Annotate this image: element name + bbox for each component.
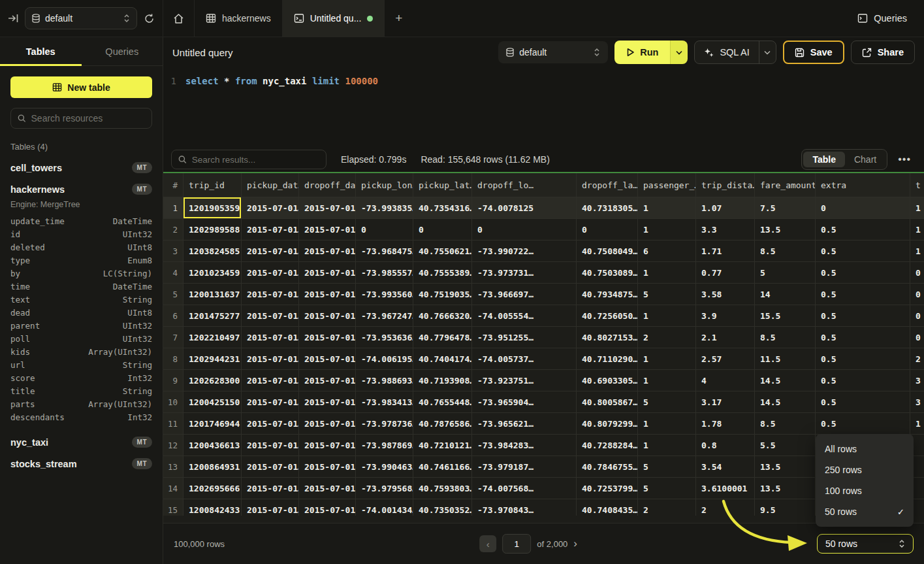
table-cell[interactable]: 2015-07-01… [242, 499, 299, 516]
table-cell[interactable]: -74.0078125 [472, 197, 577, 219]
table-cell[interactable]: 40.7318305… [577, 197, 638, 219]
table-cell[interactable]: -74.007568… [472, 478, 577, 499]
table-cell[interactable]: 2 [910, 348, 924, 370]
table-cell[interactable]: -73.988693… [356, 370, 413, 391]
table-cell[interactable]: 7.5 [755, 197, 816, 219]
table-cell[interactable]: 2015-07-01… [299, 197, 356, 219]
table-cell[interactable]: 1200864931 [183, 456, 242, 478]
table-cell[interactable]: -73.985557… [356, 262, 413, 284]
collapse-sidebar-icon[interactable] [8, 14, 18, 23]
table-cell[interactable]: 8.5 [755, 241, 816, 262]
table-cell[interactable]: 3 [910, 391, 924, 413]
table-cell[interactable]: 3.9 [696, 305, 755, 327]
table-cell[interactable]: 1202989588 [183, 219, 242, 241]
table-cell[interactable]: 2015-07-01… [299, 284, 356, 305]
table-cell[interactable]: 1 [910, 219, 924, 241]
table-cell[interactable]: 0.5 [816, 391, 910, 413]
table-cell[interactable]: 40.7110290… [577, 348, 638, 370]
table-cell[interactable]: 2015-07-01… [299, 435, 356, 456]
table-cell[interactable]: 1200131637 [183, 284, 242, 305]
table-cell[interactable]: 40.7350352… [413, 499, 472, 516]
table-cell[interactable]: -74.005737… [472, 348, 577, 370]
table-cell[interactable]: 2015-07-01… [242, 305, 299, 327]
table-cell[interactable]: 40.8079299… [577, 413, 638, 435]
table-cell[interactable]: 1.78 [696, 413, 755, 435]
sql-ai-button[interactable]: SQL AI [695, 41, 758, 63]
table-cell[interactable]: -73.984283… [472, 435, 577, 456]
table-cell[interactable]: 2015-07-01… [242, 435, 299, 456]
table-cell[interactable]: 1 [638, 219, 696, 241]
table-cell[interactable]: 2015-07-01… [242, 370, 299, 391]
table-cell[interactable]: 5 [638, 284, 696, 305]
table-cell[interactable]: -73.979187… [472, 456, 577, 478]
table-cell[interactable]: 1 [638, 435, 696, 456]
table-cell[interactable]: 2015-07-01… [299, 327, 356, 348]
table-cell[interactable]: 1200425150 [183, 391, 242, 413]
table-cell[interactable]: -74.006195… [356, 348, 413, 370]
table-cell[interactable]: 1.71 [696, 241, 755, 262]
table-cell[interactable]: 3.58 [696, 284, 755, 305]
table-cell[interactable]: 0.5 [816, 219, 910, 241]
table-cell[interactable]: -73.979568… [356, 478, 413, 499]
table-cell[interactable]: 40.7461166… [413, 456, 472, 478]
column-header[interactable]: t [910, 173, 924, 197]
sidebar-table-cell_towers[interactable]: cell_towersMT [0, 157, 163, 178]
table-cell[interactable]: 0 [910, 305, 924, 327]
table-cell[interactable]: 40.7934875… [577, 284, 638, 305]
table-cell[interactable]: 40.7253799… [577, 478, 638, 499]
table-cell[interactable]: -73.951255… [472, 327, 577, 348]
table-cell[interactable]: 11.5 [755, 348, 816, 370]
table-cell[interactable]: 2015-07-01… [242, 413, 299, 435]
new-tab-button[interactable]: + [385, 0, 413, 37]
table-cell[interactable]: 3.17 [696, 391, 755, 413]
query-database-selector[interactable]: default [498, 41, 608, 63]
table-cell[interactable]: 40.7256050… [577, 305, 638, 327]
table-cell[interactable]: 40.7508049… [577, 241, 638, 262]
table-cell[interactable]: 1 [638, 197, 696, 219]
table-cell[interactable]: 40.7408435… [577, 499, 638, 516]
table-cell[interactable]: 0.5 [816, 327, 910, 348]
table-cell[interactable]: 2 [638, 327, 696, 348]
table-cell[interactable]: 1 [638, 413, 696, 435]
table-cell[interactable]: 9.5 [755, 499, 816, 516]
table-cell[interactable]: 14 [755, 284, 816, 305]
table-cell[interactable]: 40.7210121… [413, 435, 472, 456]
table-cell[interactable]: 0 [413, 219, 472, 241]
table-cell[interactable]: 13.5 [755, 219, 816, 241]
table-cell[interactable]: 3 [910, 370, 924, 391]
sidebar-tab-queries[interactable]: Queries [82, 37, 163, 65]
table-cell[interactable]: 1202628300 [183, 370, 242, 391]
table-cell[interactable]: -73.965621… [472, 413, 577, 435]
table-cell[interactable]: 40.7555389… [413, 262, 472, 284]
table-cell[interactable]: 0 [577, 219, 638, 241]
column-header[interactable]: fare_amount [755, 173, 816, 197]
sql-editor[interactable]: 1 select * from nyc_taxi limit 100000 [163, 67, 924, 147]
column-header[interactable]: dropoff_da… [299, 173, 356, 197]
table-cell[interactable]: 2015-07-01… [242, 478, 299, 499]
table-cell[interactable]: 40.7666320… [413, 305, 472, 327]
table-cell[interactable]: 0.5 [816, 413, 910, 435]
table-cell[interactable]: -73.966697… [472, 284, 577, 305]
menu-item-100-rows[interactable]: 100 rows [816, 480, 914, 501]
table-cell[interactable]: 2 [638, 499, 696, 516]
view-toggle-table[interactable]: Table [803, 152, 845, 167]
table-cell[interactable]: 40.7404174… [413, 348, 472, 370]
table-cell[interactable]: 5 [755, 262, 816, 284]
table-cell[interactable]: 13.5 [755, 478, 816, 499]
results-menu-button[interactable]: ••• [893, 154, 916, 165]
page-size-select[interactable]: 50 rows [817, 534, 914, 554]
sidebar-table-stocks_stream[interactable]: stocks_streamMT [0, 453, 163, 474]
database-selector[interactable]: default [25, 7, 137, 29]
sidebar-table-hackernews[interactable]: hackernewsMT [0, 178, 163, 200]
table-cell[interactable]: 40.7593803… [413, 478, 472, 499]
table-cell[interactable]: 2015-07-01… [299, 499, 356, 516]
table-cell[interactable]: 40.7519035… [413, 284, 472, 305]
table-cell[interactable]: 40.7655448… [413, 391, 472, 413]
table-cell[interactable]: 3.6100001 [696, 478, 755, 499]
table-cell[interactable]: 13.5 [755, 456, 816, 478]
share-button[interactable]: Share [851, 41, 915, 64]
results-search[interactable] [171, 150, 327, 169]
table-cell[interactable]: -73.990722… [472, 241, 577, 262]
table-cell[interactable]: -73.993835… [356, 197, 413, 219]
table-cell[interactable]: 0.5 [816, 370, 910, 391]
